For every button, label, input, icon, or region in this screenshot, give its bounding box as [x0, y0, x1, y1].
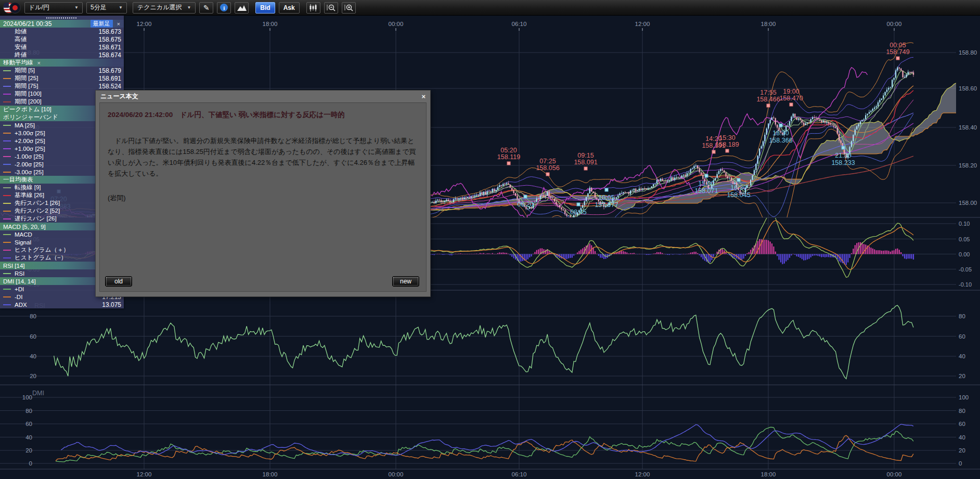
close-icon[interactable]: × — [421, 93, 425, 100]
time-axis-label: 06:10 — [512, 471, 527, 477]
rsi-axis-label: 80 — [959, 313, 965, 319]
pair-select-value: ドル/円 — [29, 3, 49, 12]
line-color-swatch — [3, 250, 11, 251]
line-color-swatch — [3, 242, 11, 243]
row-label: 高値 — [15, 35, 27, 43]
news-body: ドル円は下値が堅い。前週分の新規失業保険申請件数など米経済指標が総じて予想より弱… — [108, 135, 418, 179]
row-label: 期間 [5] — [15, 67, 35, 74]
bottom-annotation: 10:05 — [598, 194, 614, 201]
price-axis-label: 158.80 — [959, 49, 977, 56]
info-button[interactable]: i — [217, 2, 231, 14]
line-color-swatch — [3, 203, 11, 204]
timeframe-select[interactable]: 5分足 ▼ — [86, 2, 127, 14]
draw-pencil-button[interactable]: ✎ — [199, 2, 213, 14]
line-color-swatch — [3, 273, 11, 274]
bottom-annotation: 158.071 — [694, 187, 718, 195]
bottom-annotation: 158.045 — [727, 191, 750, 199]
row-label: 遅行スパン [26] — [15, 215, 57, 223]
line-color-swatch — [3, 70, 11, 71]
candlestick-view-button[interactable] — [306, 2, 320, 14]
row-value: 158.691 — [99, 75, 121, 82]
news-signature: (岩間) — [108, 193, 418, 203]
dmi-axis-label: 100 — [959, 394, 969, 400]
line-color-swatch — [3, 172, 11, 173]
bid-button[interactable]: Bid — [255, 2, 275, 14]
dmi-axis-label: 0 — [29, 460, 32, 467]
bottom-marker — [605, 188, 608, 191]
pencil-icon: ✎ — [203, 4, 210, 12]
candlestick-icon — [309, 4, 317, 11]
line-color-swatch — [3, 133, 11, 134]
time-axis-label: 00:00 — [389, 21, 404, 27]
peak-annotation: 158.466 — [756, 96, 780, 103]
old-news-button[interactable]: old — [105, 276, 132, 287]
mountain-chart-button[interactable] — [235, 2, 249, 14]
line-color-swatch — [3, 148, 11, 149]
line-color-swatch — [3, 86, 11, 87]
vertical-zoom-out-button[interactable] — [324, 2, 338, 14]
macd-axis-label: 0.10 — [959, 221, 970, 227]
close-icon[interactable]: × — [36, 60, 42, 66]
time-axis-label: 12:00 — [635, 471, 650, 477]
rsi-axis-label: 60 — [959, 333, 965, 340]
peak-annotation: 158.091 — [574, 159, 597, 166]
new-news-button[interactable]: new — [392, 276, 419, 287]
pair-select[interactable]: ドル/円 ▼ — [24, 2, 83, 14]
row-label: 期間 [200] — [15, 98, 42, 106]
row-label: -3.00σ [25] — [15, 169, 44, 175]
line-color-swatch — [3, 125, 11, 126]
bottom-marker — [779, 124, 782, 127]
sidebar-drag-handle[interactable] — [0, 16, 124, 20]
candle-info-header[interactable]: 2024/06/21 00:35最新足× — [0, 20, 124, 28]
indicator-row[interactable]: ADX13.075 — [0, 301, 124, 308]
peak-annotation: 15:30 — [719, 134, 735, 141]
row-label: 転換線 [9] — [15, 184, 41, 191]
news-dialog-titlebar[interactable]: ニュース本文 × — [96, 90, 430, 102]
macd-axis-label: 0.05 — [959, 236, 970, 242]
row-label: -2.00σ [25] — [15, 161, 44, 167]
row-label: ヒストグラム（＋） — [15, 246, 69, 254]
rsi-axis-label: 60 — [30, 333, 36, 340]
row-label: ADX — [15, 302, 27, 308]
price-axis-label: 158.60 — [959, 85, 977, 92]
line-color-swatch — [3, 78, 11, 79]
row-value: 158.674 — [99, 51, 121, 59]
ohlc-row[interactable]: 始値158.673 — [0, 28, 124, 35]
row-label: 期間 [75] — [15, 82, 38, 90]
rsi-axis-label: 20 — [30, 373, 36, 379]
close-icon[interactable]: × — [116, 21, 121, 27]
bottom-annotation: 158.233 — [831, 159, 855, 166]
peak-annotation: 07:25 — [539, 158, 556, 165]
line-color-swatch — [3, 140, 11, 141]
zoom-in-icon — [344, 4, 353, 11]
ohlc-row[interactable]: 安値158.671 — [0, 43, 124, 51]
row-value: 13.075 — [102, 301, 121, 308]
peak-annotation: 158.119 — [497, 153, 520, 161]
vertical-zoom-in-button[interactable] — [342, 2, 356, 14]
bottom-annotation: 18:30 — [772, 130, 789, 137]
technical-select-button[interactable]: テクニカル選択 ▼ — [133, 2, 196, 14]
row-label: 先行スパン2 [52] — [15, 207, 60, 215]
bottom-marker — [737, 178, 740, 182]
row-label: RSI — [15, 270, 24, 277]
time-axis-label: 06:10 — [512, 21, 527, 27]
line-color-swatch — [3, 94, 11, 95]
mountain-icon — [237, 5, 247, 11]
rsi-axis-label: 80 — [30, 313, 36, 319]
price-axis-label: 158.00 — [959, 200, 977, 206]
candle-datetime: 2024/06/21 00:35 — [3, 20, 51, 28]
ohlc-row[interactable]: 終値158.674 — [0, 51, 124, 59]
news-dialog: ニュース本文 × 2024/06/20 21:42:00 ドル円、下値堅い 弱い… — [95, 90, 431, 297]
indicator-row[interactable]: 期間 [75]158.524 — [0, 82, 124, 90]
ohlc-row[interactable]: 高値158.675 — [0, 35, 124, 43]
peak-marker — [712, 150, 715, 153]
row-label: 終値 — [15, 51, 27, 59]
ask-button[interactable]: Ask — [279, 2, 300, 14]
bottom-annotation: 158.366 — [769, 137, 792, 144]
indicator-row[interactable]: 期間 [25]158.691 — [0, 74, 124, 82]
line-color-swatch — [3, 195, 11, 196]
bottom-annotation: 16:30 — [730, 184, 746, 191]
indicator-row[interactable]: 期間 [5]158.679 — [0, 67, 124, 74]
indicator-section-header[interactable]: 移動平均線× — [0, 59, 124, 67]
macd-axis-label: 0.00 — [959, 251, 970, 257]
